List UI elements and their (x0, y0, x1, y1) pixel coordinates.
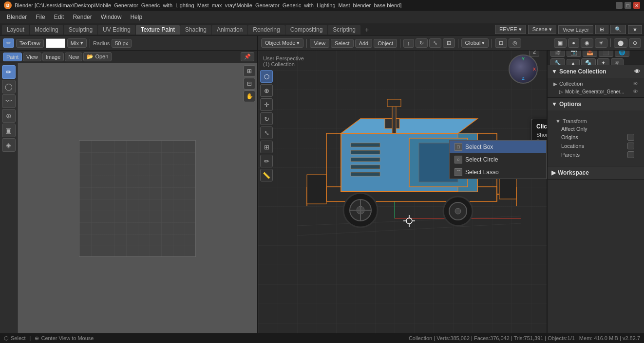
image-menu[interactable]: Image (42, 53, 64, 61)
menu-edit[interactable]: Edit (50, 13, 68, 21)
rotate-vp-tool[interactable]: ↻ (260, 112, 273, 125)
viewport-shading-render[interactable]: ☀ (595, 38, 607, 48)
transform-vp-tool[interactable]: ⊞ (260, 141, 273, 153)
blend-mode-selector[interactable]: Mix ▾ (67, 38, 87, 48)
tab-compositing[interactable]: Compositing (285, 25, 328, 35)
fill-tool-button[interactable]: ▣ (2, 124, 16, 137)
output-properties-icon[interactable]: 📤 (583, 51, 597, 57)
scale-vp-tool[interactable]: ⤡ (260, 126, 273, 139)
menu-blender[interactable]: Blender (3, 13, 31, 21)
tab-rendering[interactable]: Rendering (248, 25, 284, 35)
viewport-3d[interactable]: User Perspective (1) Collection ⬡ ⊕ ✛ ↻ … (258, 51, 547, 333)
orientation-sphere[interactable]: X Y Z 2 (509, 54, 538, 84)
overlay-btn[interactable]: ⬤ (614, 38, 627, 48)
tab-layout[interactable]: Layout (2, 25, 29, 35)
view-layer-properties-icon[interactable]: ⬛ (599, 51, 613, 57)
brush-name[interactable]: TexDraw (16, 39, 44, 48)
proportional-edit-icon[interactable]: ◎ (509, 38, 521, 48)
brush-mode-icon[interactable]: ✏ (3, 38, 14, 48)
maximize-button[interactable]: □ (625, 2, 631, 9)
transform-icon[interactable]: ↕ (403, 39, 414, 48)
transform-mode-btn[interactable]: ⊞ (443, 38, 455, 48)
draw-tool-button[interactable]: ✏ (2, 65, 16, 79)
measure-tool[interactable]: 📏 (260, 169, 273, 181)
left-panel: ✏ TexDraw Mix ▾ Radius 50 px Paint View … (0, 36, 258, 333)
mask-tool-button[interactable]: ◈ (2, 138, 16, 152)
viewport-view-menu[interactable]: View (310, 39, 329, 48)
viewport-object-menu[interactable]: Object (374, 39, 397, 48)
new-button[interactable]: New (65, 53, 82, 61)
tab-shading[interactable]: Shading (180, 25, 211, 35)
select-box-item-box[interactable]: □ Select Box (450, 141, 546, 153)
workspace-header[interactable]: ▶ Workspace (548, 166, 644, 179)
smear-tool-button[interactable]: 〰 (2, 94, 16, 108)
soften-tool-button[interactable]: ◯ (2, 80, 16, 93)
tab-modeling[interactable]: Modeling (30, 25, 63, 35)
scene-props-icon2[interactable]: 🌐 (615, 51, 629, 57)
scene-properties-icon[interactable]: 🎬 (550, 51, 565, 57)
object-mode-selector[interactable]: Object Mode ▾ (261, 38, 303, 48)
navigation-gizmo[interactable]: X Y Z 2 (509, 54, 543, 89)
tab-animation[interactable]: Animation (212, 25, 247, 35)
render-properties-icon[interactable]: 📷 (567, 51, 581, 57)
zoom-in-button[interactable]: ⊞ (244, 65, 255, 77)
scene-selector[interactable]: Scene ▾ (528, 25, 556, 34)
menu-help[interactable]: Help (126, 13, 146, 21)
viewport-select-menu[interactable]: Select (331, 39, 354, 48)
gizmo-btn[interactable]: ⊕ (629, 38, 641, 48)
search-icon[interactable]: 🔍 (610, 25, 626, 34)
object-item[interactable]: ▷ Mobile_Generator_Gener... 👁 (551, 88, 640, 95)
viewport-shading-mat[interactable]: ◉ (581, 38, 593, 48)
tab-texture-paint[interactable]: Texture Paint (136, 25, 180, 35)
open-button[interactable]: 📂 Open (83, 52, 112, 61)
radius-value[interactable]: 50 px (112, 39, 132, 48)
close-button[interactable]: ✕ (633, 2, 640, 9)
parents-checkbox[interactable] (627, 151, 634, 158)
snap-icon[interactable]: ⊡ (495, 38, 507, 48)
annotate-tool[interactable]: ✏ (260, 155, 273, 167)
paint-menu[interactable]: Paint (3, 53, 22, 61)
tab-sculpting[interactable]: Sculpting (64, 25, 97, 35)
select-circle-item[interactable]: ○ Select Circle (450, 153, 546, 166)
collection-item[interactable]: ▶ Collection 👁 (551, 80, 640, 88)
global-transform-selector[interactable]: Global ▾ (461, 38, 489, 48)
select-tool[interactable]: ⬡ (260, 70, 273, 83)
collection-visibility-icon[interactable]: 👁 (633, 81, 638, 87)
tooltip-title: Click: Use a preset viewpoint (536, 123, 547, 130)
menu-file[interactable]: File (32, 13, 49, 21)
window-controls[interactable]: _ □ ✕ (616, 2, 640, 9)
viewport-shading-wire[interactable]: ▣ (554, 38, 567, 48)
clone-tool-button[interactable]: ⊕ (2, 109, 16, 123)
pin-button[interactable]: 📌 (241, 52, 254, 61)
view-menu[interactable]: View (23, 53, 41, 61)
rotate-icon[interactable]: ↻ (416, 38, 428, 48)
select-lasso-item[interactable]: ⌒ Select Lasso (450, 166, 546, 179)
tab-scripting[interactable]: Scripting (328, 25, 360, 35)
scale-icon[interactable]: ⤡ (429, 38, 441, 48)
menu-render[interactable]: Render (69, 13, 95, 21)
tab-uv-editing[interactable]: UV Editing (98, 25, 135, 35)
viewport-add-menu[interactable]: Add (355, 39, 373, 48)
origins-checkbox[interactable] (627, 134, 634, 141)
expand-icon[interactable]: ⊞ (595, 25, 608, 34)
svg-rect-12 (351, 143, 380, 147)
options-header[interactable]: ▼ Options (548, 98, 644, 110)
toolbar-sep-1 (306, 39, 307, 48)
viewport-shading-solid[interactable]: ● (568, 38, 579, 48)
menu-window[interactable]: Window (97, 13, 126, 21)
move-tool[interactable]: ✛ (260, 98, 273, 111)
uv-canvas-area[interactable]: ⊞ ⊟ ✋ (18, 63, 257, 333)
zoom-out-button[interactable]: ⊟ (244, 78, 255, 90)
filter-icon[interactable]: ▼ (628, 25, 642, 34)
add-workspace-button[interactable]: + (361, 24, 373, 35)
scene-collection-header[interactable]: ▼ Scene Collection 👁 (548, 65, 644, 78)
cursor-tool[interactable]: ⊕ (260, 84, 273, 97)
object-visibility-icon[interactable]: 👁 (633, 89, 638, 94)
pan-button[interactable]: ✋ (244, 90, 255, 102)
minimize-button[interactable]: _ (616, 2, 623, 9)
engine-selector[interactable]: EEVEE ▾ (495, 25, 526, 34)
view-layer-selector[interactable]: View Layer (558, 25, 593, 34)
scene-collection-eye[interactable]: 👁 (634, 68, 640, 75)
locations-checkbox[interactable] (627, 143, 634, 149)
color-swatch[interactable] (46, 38, 65, 48)
